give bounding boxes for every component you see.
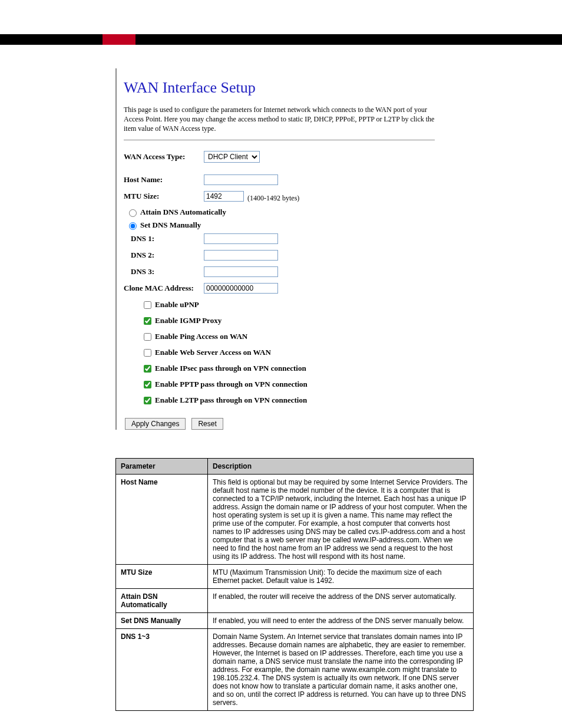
option-label: Enable L2TP pass through on VPN connecti… bbox=[155, 396, 307, 405]
dns-auto-row: Attain DNS Automatically bbox=[126, 207, 448, 217]
wan-access-type-select[interactable]: DHCP Client bbox=[204, 151, 260, 163]
option-checkbox[interactable] bbox=[144, 349, 151, 357]
dns-manual-label: Set DNS Manually bbox=[140, 220, 201, 230]
page-title: WAN Interface Setup bbox=[124, 79, 448, 97]
table-row: Attain DSN AutomaticallyIf enabled, the … bbox=[116, 588, 474, 612]
option-checkbox[interactable] bbox=[144, 333, 151, 341]
button-row: Apply Changes Reset bbox=[125, 418, 448, 430]
param-cell: Attain DSN Automatically bbox=[116, 588, 208, 612]
checkbox-row: Enable PPTP pass through on VPN connecti… bbox=[141, 379, 448, 390]
wan-access-type-label: WAN Access Type: bbox=[124, 152, 204, 162]
param-cell: MTU Size bbox=[116, 564, 208, 588]
dns1-label: DNS 1: bbox=[124, 234, 204, 243]
page-description: This page is used to configure the param… bbox=[124, 105, 435, 134]
option-label: Enable IPsec pass through on VPN connect… bbox=[155, 364, 306, 373]
divider bbox=[124, 140, 435, 140]
dns1-input[interactable] bbox=[204, 233, 278, 244]
host-name-label: Host Name: bbox=[124, 175, 204, 185]
desc-cell: MTU (Maximum Transmission Unit): To deci… bbox=[208, 564, 474, 588]
option-checkbox[interactable] bbox=[144, 365, 151, 373]
option-label: Enable PPTP pass through on VPN connecti… bbox=[155, 380, 308, 389]
table-row: MTU SizeMTU (Maximum Transmission Unit):… bbox=[116, 564, 474, 588]
dns2-row: DNS 2: bbox=[124, 250, 448, 261]
table-row: Set DNS ManuallyIf enabled, you will nee… bbox=[116, 612, 474, 628]
dns-auto-radio[interactable] bbox=[129, 209, 137, 217]
config-panel: WAN Interface Setup This page is used to… bbox=[115, 68, 448, 430]
table-header-desc: Description bbox=[208, 458, 474, 474]
apply-changes-button[interactable]: Apply Changes bbox=[125, 418, 186, 430]
desc-cell: If enabled, the router will receive the … bbox=[208, 588, 474, 612]
desc-cell: If enabled, you will need to enter the a… bbox=[208, 612, 474, 628]
param-cell: Host Name bbox=[116, 474, 208, 564]
checkbox-row: Enable L2TP pass through on VPN connecti… bbox=[141, 395, 448, 406]
dns-manual-row: Set DNS Manually bbox=[126, 220, 448, 230]
option-checkbox[interactable] bbox=[144, 397, 151, 404]
dns2-label: DNS 2: bbox=[124, 251, 204, 260]
checkbox-row: Enable Ping Access on WAN bbox=[141, 331, 448, 342]
dns1-row: DNS 1: bbox=[124, 233, 448, 244]
param-cell: DNS 1~3 bbox=[116, 628, 208, 710]
option-checkbox[interactable] bbox=[144, 317, 151, 325]
clone-mac-input[interactable] bbox=[204, 283, 278, 294]
table-row: DNS 1~3Domain Name System. An Internet s… bbox=[116, 628, 474, 710]
clone-mac-row: Clone MAC Address: bbox=[124, 283, 448, 294]
parameter-table: Parameter Description Host NameThis fiel… bbox=[115, 458, 474, 711]
option-checkbox[interactable] bbox=[144, 301, 151, 309]
dns2-input[interactable] bbox=[204, 250, 278, 261]
wan-access-type-row: WAN Access Type: DHCP Client bbox=[124, 151, 448, 163]
header-accent bbox=[103, 34, 135, 45]
dns-manual-radio[interactable] bbox=[129, 222, 137, 230]
option-checkbox[interactable] bbox=[144, 381, 151, 388]
checkbox-row: Enable Web Server Access on WAN bbox=[141, 347, 448, 358]
host-name-row: Host Name: bbox=[124, 174, 448, 185]
desc-cell: Domain Name System. An Internet service … bbox=[208, 628, 474, 710]
dns3-input[interactable] bbox=[204, 266, 278, 277]
host-name-input[interactable] bbox=[204, 174, 278, 185]
checkbox-row: Enable uPNP bbox=[141, 299, 448, 311]
param-cell: Set DNS Manually bbox=[116, 612, 208, 628]
checkbox-row: Enable IPsec pass through on VPN connect… bbox=[141, 363, 448, 374]
option-label: Enable Ping Access on WAN bbox=[155, 332, 247, 341]
dns-auto-label: Attain DNS Automatically bbox=[140, 207, 226, 217]
mtu-input[interactable] bbox=[204, 191, 244, 202]
dns3-label: DNS 3: bbox=[124, 267, 204, 276]
mtu-hint: (1400-1492 bytes) bbox=[247, 194, 299, 203]
option-label: Enable Web Server Access on WAN bbox=[155, 348, 271, 357]
desc-cell: This field is optional but may be requir… bbox=[208, 474, 474, 564]
clone-mac-label: Clone MAC Address: bbox=[124, 284, 204, 293]
checkbox-row: Enable IGMP Proxy bbox=[141, 315, 448, 327]
option-label: Enable IGMP Proxy bbox=[155, 316, 222, 325]
dns3-row: DNS 3: bbox=[124, 266, 448, 277]
mtu-label: MTU Size: bbox=[124, 192, 204, 201]
table-header-param: Parameter bbox=[116, 458, 208, 474]
table-row: Host NameThis field is optional but may … bbox=[116, 474, 474, 564]
reset-button[interactable]: Reset bbox=[191, 418, 223, 430]
mtu-row: MTU Size: (1400-1492 bytes) bbox=[124, 191, 448, 202]
header-bar bbox=[0, 34, 562, 45]
option-label: Enable uPNP bbox=[155, 300, 199, 309]
